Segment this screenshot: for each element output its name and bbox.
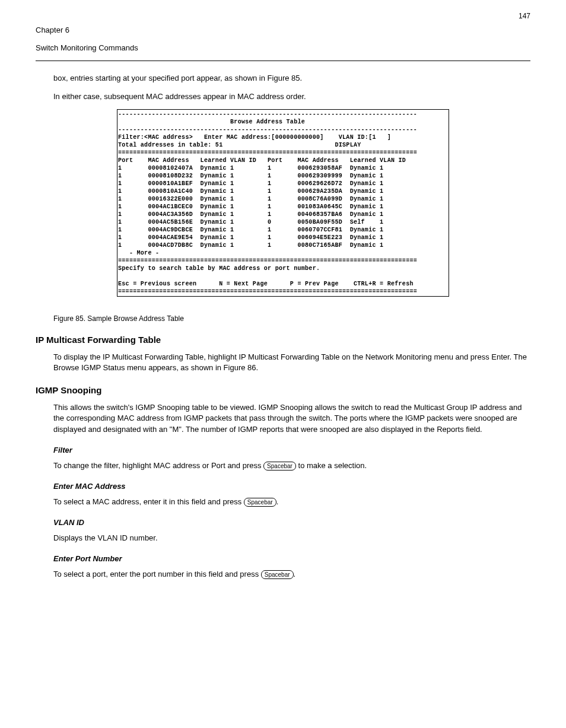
page-number: 147 [36, 12, 530, 20]
text-span: To change the filter, highlight MAC addr… [53, 461, 263, 470]
spacebar-key: Spacebar [244, 498, 276, 507]
spacebar-key: Spacebar [261, 570, 294, 579]
section-heading: Switch Monitoring Commands [36, 43, 530, 53]
text-span: . [294, 570, 296, 578]
figure-caption: Figure 85. Sample Browse Address Table [53, 314, 530, 323]
text-span: To select a MAC address, enter it in thi… [53, 497, 244, 506]
entermac-body: To select a MAC address, enter it in thi… [53, 497, 530, 507]
vlan-body: Displays the VLAN ID number. [53, 533, 530, 543]
intro-paragraph: box, entries starting at your specified … [53, 73, 530, 84]
spacebar-key: Spacebar [263, 462, 296, 471]
intro-paragraph: In either case, subsequent MAC addresses… [53, 91, 530, 102]
terminal-screenshot: ----------------------------------------… [117, 109, 449, 297]
subsection-title-entermac: Enter MAC Address [53, 482, 530, 491]
subsection-title-vlanid: VLAN ID [53, 518, 530, 527]
enterport-body: To select a port, enter the port number … [53, 569, 530, 580]
section-body: To display the IP Multicast Forwarding T… [53, 352, 530, 373]
chapter-heading: Chapter 6 [36, 25, 530, 36]
section-body: This allows the switch's IGMP Snooping t… [53, 402, 530, 435]
text-span: To select a port, enter the port number … [53, 570, 261, 578]
text-span: . [276, 497, 279, 506]
text-span: to make a selection. [296, 461, 367, 470]
section-title-igmp: IGMP Snooping [36, 385, 530, 395]
horizontal-rule [36, 61, 530, 61]
subsection-title-enterport: Enter Port Number [53, 554, 530, 563]
subsection-title-filter: Filter [53, 446, 530, 454]
section-title-ipmulticast: IP Multicast Forwarding Table [36, 335, 530, 345]
filter-body: To change the filter, highlight MAC addr… [53, 460, 530, 471]
